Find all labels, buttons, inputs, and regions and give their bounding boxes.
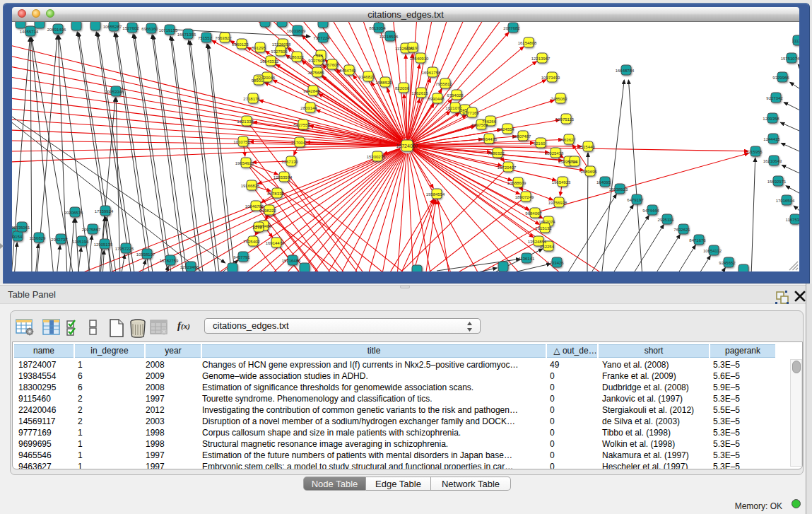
svg-text:8471676: 8471676 bbox=[689, 238, 706, 243]
svg-text:8454749: 8454749 bbox=[339, 69, 356, 73]
svg-text:1167533: 1167533 bbox=[786, 218, 799, 222]
svg-text:16154808: 16154808 bbox=[518, 41, 537, 45]
svg-text:3215955: 3215955 bbox=[746, 150, 763, 154]
svg-text:9704: 9704 bbox=[568, 160, 578, 164]
svg-text:19384554: 19384554 bbox=[426, 192, 445, 197]
svg-text:6479197: 6479197 bbox=[627, 198, 644, 202]
svg-text:1362615: 1362615 bbox=[411, 91, 428, 95]
svg-text:18724007: 18724007 bbox=[396, 144, 418, 148]
svg-text:12923466: 12923466 bbox=[180, 265, 199, 269]
svg-text:1209358: 1209358 bbox=[763, 117, 779, 121]
svg-text:252254: 252254 bbox=[540, 245, 555, 249]
svg-text:7955812: 7955812 bbox=[435, 82, 452, 86]
svg-text:9689695: 9689695 bbox=[580, 170, 597, 174]
svg-text:17957225: 17957225 bbox=[115, 247, 134, 251]
svg-text:10973493: 10973493 bbox=[541, 76, 560, 80]
svg-text:1112: 1112 bbox=[792, 39, 799, 43]
svg-text:10655287: 10655287 bbox=[103, 25, 122, 29]
svg-text:2803144: 2803144 bbox=[300, 106, 317, 110]
svg-text:1156829: 1156829 bbox=[30, 236, 47, 240]
svg-text:7357224: 7357224 bbox=[313, 36, 330, 40]
svg-text:9329966: 9329966 bbox=[772, 76, 789, 80]
svg-text:1498222: 1498222 bbox=[259, 209, 276, 213]
svg-text:19654923: 19654923 bbox=[552, 180, 571, 185]
svg-text:26535061: 26535061 bbox=[12, 226, 30, 230]
svg-text:17016504: 17016504 bbox=[776, 199, 795, 203]
svg-text:10654112: 10654112 bbox=[703, 249, 722, 253]
svg-text:3875685: 3875685 bbox=[307, 71, 324, 75]
svg-text:9463627: 9463627 bbox=[559, 138, 576, 142]
svg-text:8960123: 8960123 bbox=[232, 42, 249, 47]
svg-text:217004: 217004 bbox=[291, 141, 306, 145]
svg-text:10958107: 10958107 bbox=[136, 252, 155, 257]
svg-text:16671355: 16671355 bbox=[177, 33, 196, 37]
svg-text:1221338: 1221338 bbox=[237, 119, 254, 124]
svg-text:9777169: 9777169 bbox=[462, 111, 479, 115]
svg-text:9327506: 9327506 bbox=[271, 49, 288, 54]
svg-text:1612074: 1612074 bbox=[539, 220, 555, 224]
svg-text:14055714: 14055714 bbox=[20, 30, 39, 34]
svg-text:17359924: 17359924 bbox=[95, 209, 114, 214]
svg-text:19756928: 19756928 bbox=[548, 201, 567, 205]
svg-text:8990448: 8990448 bbox=[428, 97, 445, 101]
svg-text:1588520: 1588520 bbox=[375, 81, 392, 85]
svg-text:18907249: 18907249 bbox=[515, 195, 534, 199]
svg-text:746266: 746266 bbox=[482, 119, 497, 124]
svg-text:9245652: 9245652 bbox=[719, 261, 736, 265]
svg-text:19166825: 19166825 bbox=[241, 184, 260, 188]
svg-text:10807487: 10807487 bbox=[512, 134, 531, 139]
svg-text:19654923: 19654923 bbox=[235, 161, 254, 165]
svg-text:7663822: 7663822 bbox=[215, 36, 232, 40]
svg-text:1615132: 1615132 bbox=[535, 226, 552, 230]
svg-text:15751074: 15751074 bbox=[781, 57, 799, 61]
svg-text:1244415: 1244415 bbox=[763, 137, 780, 141]
svg-text:1145194: 1145194 bbox=[73, 240, 90, 244]
svg-text:62160: 62160 bbox=[534, 141, 546, 146]
svg-text:164095: 164095 bbox=[596, 180, 611, 185]
svg-text:16033809: 16033809 bbox=[287, 29, 306, 33]
svg-text:15716485: 15716485 bbox=[282, 259, 301, 263]
svg-text:9684067: 9684067 bbox=[525, 211, 542, 216]
svg-text:822036: 822036 bbox=[395, 86, 410, 90]
svg-text:20364436: 20364436 bbox=[478, 137, 498, 141]
svg-text:6794028: 6794028 bbox=[447, 93, 464, 98]
svg-text:1733426: 1733426 bbox=[547, 261, 564, 265]
svg-text:9227342: 9227342 bbox=[766, 96, 783, 100]
svg-text:16914479: 16914479 bbox=[266, 241, 285, 245]
svg-text:12353594: 12353594 bbox=[273, 175, 293, 180]
svg-text:2867608: 2867608 bbox=[322, 63, 339, 67]
svg-text:20419: 20419 bbox=[406, 46, 418, 50]
svg-text:10025438: 10025438 bbox=[545, 151, 564, 156]
svg-text:8678332: 8678332 bbox=[267, 192, 284, 196]
svg-text:12213967: 12213967 bbox=[531, 57, 551, 61]
svg-text:19218506: 19218506 bbox=[379, 35, 399, 39]
svg-text:7485063: 7485063 bbox=[551, 97, 567, 101]
svg-text:3267130: 3267130 bbox=[281, 160, 298, 164]
svg-text:20206576: 20206576 bbox=[64, 211, 83, 215]
svg-text:9242848: 9242848 bbox=[303, 89, 320, 93]
svg-text:39154: 39154 bbox=[12, 235, 23, 239]
svg-text:16648784: 16648784 bbox=[616, 69, 635, 73]
svg-text:16210643: 16210643 bbox=[763, 159, 782, 163]
svg-text:9146821: 9146821 bbox=[358, 75, 375, 79]
svg-text:7632621: 7632621 bbox=[673, 228, 690, 232]
svg-text:8186323: 8186323 bbox=[287, 55, 304, 59]
svg-text:751552: 751552 bbox=[198, 36, 213, 40]
svg-text:20691406: 20691406 bbox=[47, 28, 66, 32]
svg-text:9515440: 9515440 bbox=[578, 145, 595, 149]
svg-text:16782759: 16782759 bbox=[160, 259, 179, 263]
svg-text:2942737: 2942737 bbox=[51, 238, 68, 242]
svg-text:9474444: 9474444 bbox=[642, 209, 659, 213]
svg-text:20053346: 20053346 bbox=[105, 90, 124, 94]
svg-text:3624554: 3624554 bbox=[498, 127, 514, 132]
svg-text:8813054: 8813054 bbox=[369, 26, 386, 30]
svg-text:7625402: 7625402 bbox=[243, 240, 260, 244]
svg-text:15692971: 15692971 bbox=[767, 180, 787, 184]
svg-text:10688609: 10688609 bbox=[507, 181, 526, 185]
svg-text:12975115: 12975115 bbox=[555, 117, 575, 122]
svg-text:891295: 891295 bbox=[252, 46, 266, 50]
svg-text:6966160: 6966160 bbox=[141, 27, 158, 31]
svg-text:13226058: 13226058 bbox=[272, 42, 291, 47]
svg-text:2718176: 2718176 bbox=[243, 97, 260, 101]
svg-text:9457791: 9457791 bbox=[233, 255, 250, 259]
